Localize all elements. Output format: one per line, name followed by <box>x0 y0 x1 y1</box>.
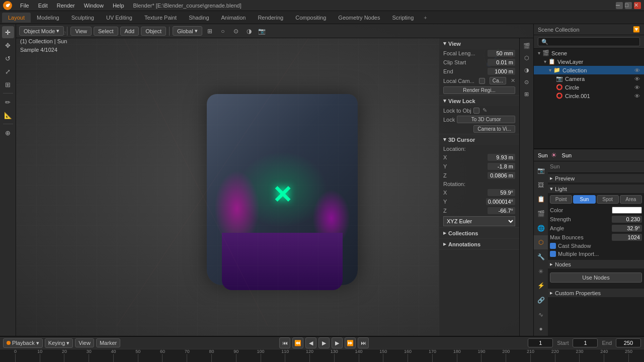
props-tab-world[interactable]: 🌐 <box>534 221 548 235</box>
nodes-header[interactable]: ▸ Nodes <box>548 260 644 268</box>
props-tab-constraints[interactable]: 🔗 <box>534 293 548 307</box>
props-tab-view-layer[interactable]: 📋 <box>534 192 548 206</box>
multiple-import-checkbox[interactable] <box>550 251 556 257</box>
viewport-view-menu[interactable]: View <box>70 27 92 36</box>
lock-edit[interactable]: ✎ <box>482 107 487 114</box>
proportional-edit-icon[interactable]: ○ <box>217 26 228 37</box>
start-frame-input[interactable] <box>573 338 598 347</box>
timeline-view-menu[interactable]: View <box>75 338 94 347</box>
tool-transform[interactable]: ⊞ <box>2 78 14 90</box>
tab-texture-paint[interactable]: Texture Paint <box>138 13 183 23</box>
snap-icon[interactable]: ⊞ <box>204 26 215 37</box>
tool-move[interactable]: ✥ <box>2 39 14 51</box>
jump-end-btn[interactable]: ⏭ <box>358 337 369 348</box>
next-frame-btn[interactable]: ▶ <box>332 337 343 348</box>
menu-help[interactable]: Help <box>109 2 128 10</box>
tab-scripting[interactable]: Scripting <box>386 13 420 23</box>
end-frame-input[interactable] <box>616 338 641 347</box>
tab-animation[interactable]: Animation <box>215 13 252 23</box>
light-point-btn[interactable]: Point <box>550 195 572 204</box>
overlay-icon[interactable]: ⊙ <box>230 26 242 37</box>
viewport-3d[interactable]: Object Mode ▾ View Select Add Object Glo… <box>16 24 533 336</box>
outliner-circle-item[interactable]: ⭕ Circle 👁 <box>534 83 644 92</box>
tool-annotate[interactable]: ✏ <box>2 96 14 108</box>
outliner-collection-item[interactable]: ▾ 📁 Collection 👁 <box>534 66 644 74</box>
camera-visibility-icon[interactable]: 👁 <box>634 76 640 82</box>
keying-menu[interactable]: Keying ▾ <box>45 338 73 348</box>
outliner-viewlayer-item[interactable]: ▾ 📋 ViewLayer <box>534 57 644 66</box>
tab-shading[interactable]: Shading <box>183 13 215 23</box>
outliner-camera-item[interactable]: 📷 Camera 👁 <box>534 74 644 83</box>
rotation-mode-select[interactable]: XYZ Euler <box>443 216 515 226</box>
tab-compositing[interactable]: Compositing <box>289 13 332 23</box>
outliner-search-input[interactable] <box>538 37 640 46</box>
use-nodes-button[interactable]: Use Nodes <box>550 273 642 283</box>
playback-menu[interactable]: Playback ▾ <box>3 338 43 348</box>
vr-snap[interactable]: ⊞ <box>521 88 532 100</box>
maximize-button[interactable]: □ <box>625 2 632 9</box>
render-region-btn[interactable]: Render Regi... <box>443 86 515 94</box>
menu-file[interactable]: File <box>16 2 33 10</box>
tool-scale[interactable]: ⤢ <box>2 65 14 77</box>
viewport-add-menu[interactable]: Add <box>120 27 139 36</box>
view-section-header[interactable]: ▾ View <box>439 38 519 49</box>
tab-layout[interactable]: Layout <box>2 13 31 23</box>
custom-props-header[interactable]: ▸ Custom Properties <box>548 289 644 297</box>
to-3d-cursor-btn[interactable]: To 3D Cursor <box>457 116 515 123</box>
props-tab-particles[interactable]: ✳ <box>534 264 548 279</box>
next-keyframe-btn[interactable]: ⏩ <box>345 337 356 348</box>
tab-geometry-nodes[interactable]: Geometry Nodes <box>332 13 386 23</box>
camera-toggle-icon[interactable]: 📷 <box>257 26 268 37</box>
annotations-header[interactable]: ▸ Annotations <box>439 239 519 249</box>
tab-uv-editing[interactable]: UV Editing <box>100 13 138 23</box>
viewport-select-menu[interactable]: Select <box>94 27 118 36</box>
tool-rotate[interactable]: ↺ <box>2 52 14 64</box>
cam-btn[interactable]: Ca... <box>490 77 506 84</box>
object-mode-selector[interactable]: Object Mode ▾ <box>19 26 64 36</box>
tool-add[interactable]: ⊕ <box>2 127 14 139</box>
prev-frame-btn[interactable]: ◀ <box>305 337 316 348</box>
marker-menu[interactable]: Marker <box>96 338 120 347</box>
menu-window[interactable]: Window <box>80 2 108 10</box>
props-tab-object[interactable]: ⬡ <box>534 235 548 249</box>
props-tab-modifier[interactable]: 🔧 <box>534 250 548 264</box>
viewport-object-menu[interactable]: Object <box>141 27 166 36</box>
tool-cursor[interactable]: ✛ <box>2 26 14 38</box>
vr-object[interactable]: ⬡ <box>521 52 532 63</box>
props-tab-output[interactable]: 🖼 <box>534 178 548 192</box>
collections-header[interactable]: ▸ Collections <box>439 228 519 238</box>
menu-edit[interactable]: Edit <box>34 2 52 10</box>
view-lock-header[interactable]: ▾ View Lock <box>439 96 519 106</box>
props-tab-data[interactable]: ∿ <box>534 308 548 322</box>
tab-rendering[interactable]: Rendering <box>252 13 289 23</box>
filter-icon[interactable]: 🔽 <box>633 26 640 33</box>
tool-measure[interactable]: 📐 <box>2 109 14 121</box>
menu-render[interactable]: Render <box>53 2 79 10</box>
circle001-visibility-icon[interactable]: 👁 <box>634 93 640 99</box>
cast-shadow-checkbox[interactable] <box>550 243 556 249</box>
light-sun-btn[interactable]: Sun <box>573 195 595 204</box>
tab-modeling[interactable]: Modeling <box>31 13 65 23</box>
color-swatch[interactable] <box>612 207 642 214</box>
props-tab-render[interactable]: 📷 <box>534 163 548 177</box>
preview-header[interactable]: ▸ Preview <box>548 174 644 183</box>
light-spot-btn[interactable]: Spot <box>597 195 619 204</box>
camera-to-view-btn[interactable]: Camera to Vi... <box>473 125 515 133</box>
vr-overlay[interactable]: ⊙ <box>521 76 532 87</box>
close-button[interactable]: ✕ <box>634 2 641 9</box>
transform-orientation[interactable]: Global▾ <box>173 26 202 36</box>
tab-sculpting[interactable]: Sculpting <box>65 13 100 23</box>
vr-camera[interactable]: 🎬 <box>521 40 532 51</box>
circle-visibility-icon[interactable]: 👁 <box>634 84 640 90</box>
props-tab-scene[interactable]: 🎬 <box>534 207 548 221</box>
outliner-scene-item[interactable]: ▾ 🎬 Scene <box>534 49 644 57</box>
add-workspace-tab[interactable]: + <box>420 13 431 23</box>
light-section-header[interactable]: ▾ Light <box>548 185 644 193</box>
minimize-button[interactable]: ─ <box>616 2 623 9</box>
timeline-ruler[interactable]: 0 10 20 30 40 50 60 70 80 90 100 110 120… <box>0 349 644 362</box>
prev-keyframe-btn[interactable]: ⏪ <box>292 337 303 348</box>
props-tab-physics[interactable]: ⚡ <box>534 279 548 293</box>
props-tab-material[interactable]: ● <box>534 322 548 336</box>
light-area-btn[interactable]: Area <box>620 195 642 204</box>
cam-close[interactable]: ✕ <box>511 77 515 84</box>
